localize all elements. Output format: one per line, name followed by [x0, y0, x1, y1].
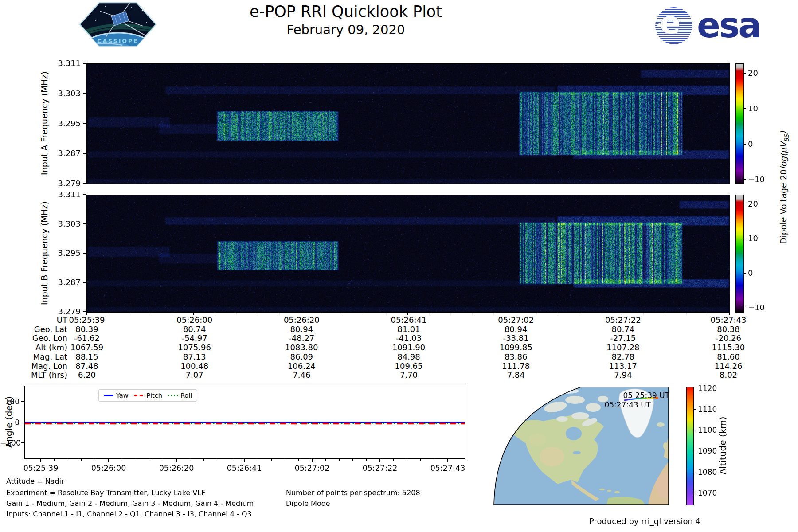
- ytick-mark: [83, 253, 86, 254]
- xtick-minor-mark: [322, 312, 322, 313]
- legend-label: Pitch: [147, 392, 162, 399]
- annotation-points: Number of points per spectrum: 5208: [286, 489, 420, 497]
- annotation-mode: Dipole Mode: [286, 499, 330, 508]
- xtick-minor-mark: [643, 312, 644, 313]
- ephemeris-cell: -61.62: [49, 334, 125, 343]
- xtick-minor-mark: [129, 312, 129, 313]
- ephemeris-cell: 6.20: [49, 371, 125, 379]
- attitude-xtick-label: 05:27:43: [421, 464, 474, 473]
- colorbar-tick-label: 0: [748, 140, 753, 149]
- ytick-label: 3.287: [50, 278, 81, 287]
- ephemeris-cell: 113.17: [585, 362, 661, 371]
- attitude-ytick-label: 0: [0, 418, 20, 427]
- colorbar-tick-label: 10: [748, 234, 758, 243]
- colorbar-tick-mark: [743, 239, 746, 239]
- ytick-label: 3.311: [50, 190, 81, 199]
- attitude-tick-mark: [285, 459, 285, 461]
- xtick-minor-mark: [408, 312, 408, 313]
- ephemeris-cell: 82.78: [585, 352, 661, 361]
- spectrogram-b-ylabel: Input B Frequency (MHz): [39, 201, 49, 305]
- xtick-minor-mark: [729, 312, 730, 313]
- altitude-tick-mark: [693, 493, 696, 493]
- ephemeris-cell: 7.94: [585, 371, 661, 379]
- legend-item: Roll: [168, 392, 192, 399]
- ephemeris-cell: 80.94: [478, 325, 554, 334]
- attitude-tick-mark: [27, 459, 27, 461]
- spectrogram-a: [86, 63, 730, 184]
- ytick-label: 3.303: [50, 219, 81, 228]
- spectrogram-a-ylabel: Input A Frequency (MHz): [39, 71, 49, 175]
- attitude-tick-mark: [21, 442, 24, 443]
- attitude-tick-mark: [217, 459, 217, 461]
- colorbar-tick-label: 20: [748, 200, 758, 208]
- xtick-minor-mark: [86, 312, 87, 313]
- attitude-tick-mark: [163, 459, 163, 461]
- ephemeris-cell: -33.81: [478, 334, 554, 343]
- attitude-tick-mark: [352, 459, 353, 461]
- xtick-minor-mark: [365, 312, 365, 313]
- attitude-xtick-label: 05:27:02: [286, 464, 339, 473]
- attitude-tick-mark: [312, 459, 313, 461]
- ephemeris-cell: 05:27:22: [585, 316, 661, 325]
- attitude-tick-mark: [21, 401, 24, 402]
- ytick-mark: [83, 93, 86, 94]
- ephemeris-cell: 80.39: [49, 325, 125, 334]
- ephemeris-cell: 05:26:00: [157, 316, 232, 325]
- attitude-tick-mark: [298, 459, 299, 461]
- ytick-label: 3.279: [50, 179, 81, 188]
- ephemeris-cell: -27.15: [585, 334, 661, 343]
- cassiope-mission-patch: CASSIOPE: [78, 1, 158, 48]
- ytick-label: 3.287: [50, 149, 81, 158]
- annotation-inputs: Inputs: Channel 1 - I1, Channel 2 - Q1, …: [6, 510, 252, 518]
- ephemeris-cell: 1115.30: [691, 343, 766, 352]
- ephemeris-cell: 87.13: [157, 352, 232, 361]
- xtick-minor-mark: [708, 312, 708, 313]
- ephemeris-cell: 114.26: [691, 362, 766, 371]
- xtick-minor-mark: [215, 312, 215, 313]
- attitude-tick-mark: [190, 459, 190, 461]
- attitude-tick-mark: [136, 459, 136, 461]
- page-date: February 09, 2020: [191, 22, 501, 37]
- legend-solid-line-icon: [104, 395, 113, 396]
- attitude-ytick-label: −100: [0, 438, 20, 447]
- attitude-xtick-label: 05:25:39: [14, 464, 67, 473]
- track-start-label: 05:25:39 UT: [612, 391, 669, 400]
- xtick-minor-mark: [450, 312, 451, 313]
- ytick-mark: [83, 282, 86, 283]
- attitude-tick-mark: [434, 459, 434, 461]
- attitude-tick-mark: [122, 459, 122, 461]
- colorbar-tick-label: 10: [748, 104, 758, 113]
- attitude-tick-mark: [95, 459, 95, 461]
- colorbar-axis-label: Dipole Voltage 20log(μVBS): [778, 131, 790, 244]
- xtick-minor-mark: [472, 312, 473, 313]
- ephemeris-cell: 1107.28: [585, 343, 661, 352]
- attitude-tick-mark: [244, 459, 245, 461]
- attitude-tick-mark: [54, 459, 55, 461]
- ephemeris-cell: 7.84: [478, 371, 554, 379]
- attitude-tick-mark: [393, 459, 394, 461]
- ephemeris-cell: 1099.85: [478, 343, 554, 352]
- ephemeris-cell: -41.03: [371, 334, 446, 343]
- attitude-legend: YawPitchRoll: [98, 389, 197, 402]
- altitude-colorbar-label: Altitude (km): [717, 416, 728, 474]
- legend-item: Yaw: [104, 392, 129, 399]
- ephemeris-cell: 05:26:20: [264, 316, 339, 325]
- xtick-minor-mark: [601, 312, 601, 313]
- xtick-minor-mark: [258, 312, 258, 313]
- xtick-minor-mark: [386, 312, 387, 313]
- ephemeris-cell: 1067.59: [49, 343, 125, 352]
- map-africa: [648, 462, 669, 505]
- altitude-tick-label: 1080: [698, 468, 717, 477]
- quicklook-plot-page: CASSIOPE e-POP RRI Quicklook Plot Februa…: [0, 0, 798, 532]
- spectrogram-b: [86, 195, 730, 313]
- map-central-america: [571, 480, 599, 501]
- altitude-tick-mark: [693, 388, 696, 389]
- map-clouds: [511, 387, 579, 417]
- ytick-mark: [83, 194, 86, 195]
- xtick-minor-mark: [536, 312, 537, 313]
- legend-label: Roll: [180, 392, 192, 399]
- xtick-minor-mark: [193, 312, 194, 313]
- track-end-label: 05:27:43 UT: [593, 400, 651, 409]
- colorbar-tick-mark: [743, 144, 746, 145]
- ephemeris-cell: 8.02: [691, 371, 766, 379]
